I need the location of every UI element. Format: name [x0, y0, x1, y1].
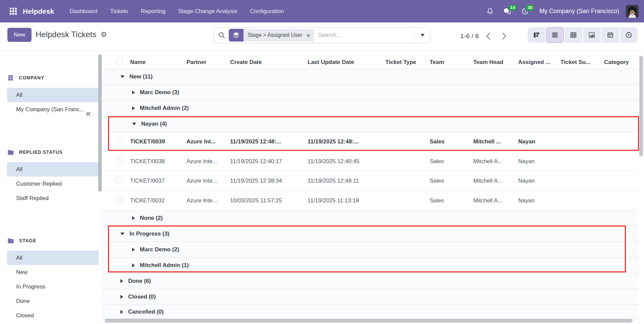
view-list-button[interactable] [546, 27, 564, 43]
kanban-icon [533, 31, 540, 39]
cell-team: Sales [430, 178, 444, 184]
view-calendar-button[interactable] [601, 27, 619, 43]
group-row-in-progress-marc-demo[interactable]: Marc Demo (2) [102, 242, 639, 258]
group-row-new-none[interactable]: None (2) [102, 210, 639, 226]
pager-previous-button[interactable] [482, 30, 495, 42]
section-label: COMPANY [19, 75, 44, 80]
apps-grid-icon[interactable] [8, 6, 18, 16]
view-graph-button[interactable] [583, 27, 601, 43]
sidebar-item-stage-new[interactable]: New [7, 265, 99, 279]
pivot-icon [570, 31, 577, 39]
sidebar-item-replied-all[interactable]: All [7, 162, 99, 177]
ticket-row-0032[interactable]: TICKET/0032 Azure Inte... 10/03/2025 11:… [102, 191, 639, 210]
sidebar-item-company-all[interactable]: All [7, 88, 99, 102]
caret-down-icon [120, 75, 124, 78]
list-icon [551, 31, 558, 39]
cell-team-head: Mitchell A... [473, 178, 502, 184]
group-label: Closed (0) [128, 294, 156, 300]
cell-last-update-date: 11/19/2025 11:13:18 [308, 197, 359, 204]
group-row-new-marc-demo[interactable]: Marc Demo (3) [102, 85, 639, 101]
group-label: Marc Demo (2) [140, 246, 179, 253]
sidebar-item-customer-replied[interactable]: Customer Replied [7, 177, 99, 191]
row-checkbox[interactable] [116, 197, 122, 203]
table-header-row: Name Partner Create Date Last Update Dat… [102, 55, 639, 69]
ticket-row-0037[interactable]: TICKET/0037 Azure Inte... 11/19/2025 12:… [102, 171, 639, 191]
sidebar-item-stage-all[interactable]: All [7, 251, 99, 265]
view-pivot-button[interactable] [565, 27, 582, 43]
user-avatar[interactable] [626, 5, 639, 18]
vertical-scrollbar[interactable] [639, 56, 643, 156]
search-icon [218, 32, 225, 39]
company-switcher[interactable]: My Company (San Francisco) [539, 8, 619, 15]
new-button[interactable]: New [7, 28, 32, 42]
select-all-checkbox[interactable] [116, 58, 122, 64]
cell-name: TICKET/0037 [130, 178, 165, 184]
column-header-last-update-date[interactable]: Last Update Date [308, 59, 354, 66]
filters-sidebar: « COMPANY All My Company (San Franc... R… [0, 51, 102, 324]
group-row-cancelled[interactable]: Cancelled (0) [102, 305, 639, 319]
graph-icon [588, 31, 595, 39]
group-row-done[interactable]: Done (6) [102, 273, 639, 289]
sidebar-item-company-my-company[interactable]: My Company (San Franc... [7, 102, 99, 117]
tickets-list-view: Name Partner Create Date Last Update Dat… [102, 55, 639, 319]
column-header-team-head[interactable]: Team Head [473, 59, 503, 66]
app-brand[interactable]: Helpdesk [23, 7, 54, 15]
column-header-team[interactable]: Team [430, 59, 444, 66]
column-header-create-date[interactable]: Create Date [230, 59, 262, 66]
row-checkbox[interactable] [116, 177, 122, 183]
messages-button[interactable]: 14 [502, 6, 513, 16]
group-row-in-progress-mitchell-admin[interactable]: Mitchell Admin (1) [102, 258, 639, 273]
search-facet-stage-assigned-user[interactable]: Stage > Assigned User × [229, 29, 314, 42]
cell-team: Sales [430, 158, 444, 165]
sidebar-item-stage-closed[interactable]: Closed [7, 308, 99, 323]
cell-last-update-date: 11/19/2025 12:48:11 [308, 178, 359, 184]
ticket-row-0038[interactable]: TICKET/0038 Azure Inte... 11/19/2025 12:… [102, 152, 639, 171]
sidebar-item-stage-in-progress[interactable]: In Progress [7, 279, 99, 294]
sidebar-item-staff-replied[interactable]: Staff Replied [7, 191, 99, 205]
column-header-partner[interactable]: Partner [186, 59, 207, 66]
horizontal-scrollbar[interactable] [105, 319, 633, 323]
cell-team-head: Mitchell A... [473, 197, 502, 204]
column-header-assigned[interactable]: Assigned ... [518, 59, 550, 66]
search-options-toggle[interactable] [415, 27, 430, 43]
group-label: Cancelled (0) [128, 309, 164, 315]
caret-right-icon [132, 106, 135, 110]
menu-configuration[interactable]: Configuration [250, 8, 284, 15]
search-bar[interactable]: Stage > Assigned User × [213, 27, 431, 43]
menu-reporting[interactable]: Reporting [141, 8, 166, 15]
cell-partner: Azure Inte... [186, 158, 217, 165]
view-activity-button[interactable] [620, 27, 638, 43]
activities-button[interactable]: 30 [520, 6, 530, 16]
group-row-new-mitchell-admin[interactable]: Mitchell Admin (2) [102, 101, 639, 116]
search-input[interactable] [314, 32, 415, 39]
row-checkbox[interactable] [116, 138, 122, 144]
calendar-icon [607, 31, 614, 39]
view-kanban-button[interactable] [528, 27, 545, 43]
column-header-category[interactable]: Category [604, 59, 629, 66]
notifications-bell-button[interactable] [485, 6, 495, 16]
row-checkbox[interactable] [116, 157, 122, 164]
cell-create-date: 10/03/2025 11:57:25 [230, 197, 282, 204]
group-row-new[interactable]: New (11) [102, 69, 639, 85]
sidebar-item-stage-done[interactable]: Done [7, 294, 99, 308]
facet-remove-icon[interactable]: × [306, 32, 310, 39]
group-row-new-nayan[interactable]: Nayan (4) [102, 116, 639, 132]
menu-tickets[interactable]: Tickets [110, 8, 128, 15]
view-switcher [528, 27, 638, 43]
ticket-row-0039[interactable]: TICKET/0039 Azure Int... 11/19/2025 12:4… [102, 132, 639, 152]
menu-dashboard[interactable]: Dashboard [69, 8, 97, 15]
column-header-name[interactable]: Name [130, 59, 146, 66]
column-header-ticket-type[interactable]: Ticket Type [385, 59, 416, 66]
view-settings-gear-icon[interactable]: ⚙ [101, 30, 107, 39]
group-label: Marc Demo (3) [140, 89, 179, 96]
group-label: Mitchell Admin (2) [140, 105, 189, 112]
sidebar-scrollbar[interactable] [98, 54, 102, 192]
menu-stage-change-analysis[interactable]: Stage Change Analysis [178, 8, 237, 15]
column-header-ticket-subject[interactable]: Ticket Su... [560, 59, 590, 66]
pager-next-button[interactable] [498, 30, 511, 42]
cell-create-date: 11/19/2025 12:40:17 [230, 158, 282, 165]
section-header: STAGE [0, 235, 102, 247]
group-row-closed[interactable]: Closed (0) [102, 289, 639, 305]
group-row-in-progress[interactable]: In Progress (3) [102, 226, 639, 242]
activity-view-clock-icon [625, 31, 632, 39]
